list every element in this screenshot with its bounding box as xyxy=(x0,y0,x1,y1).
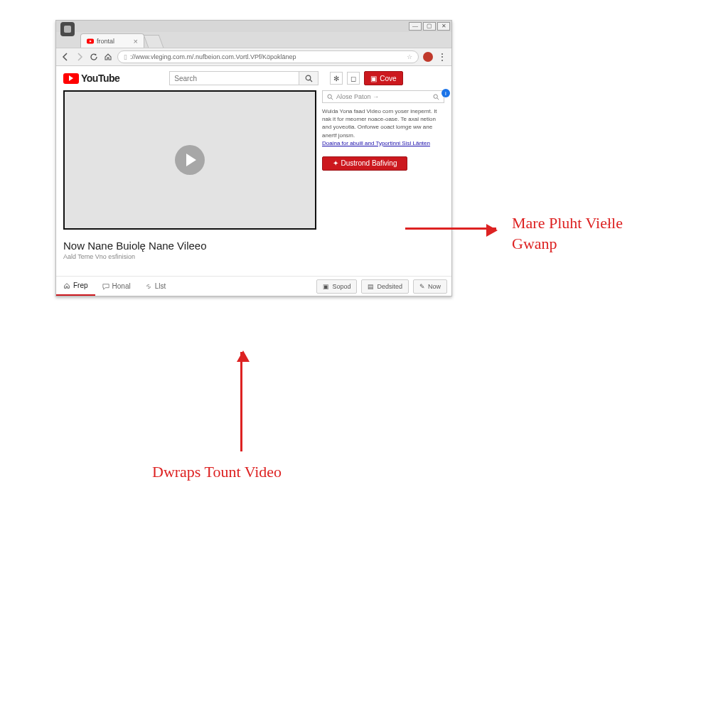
side-search-placeholder: Alose Paton → xyxy=(336,93,379,100)
tab-label: Honal xyxy=(112,282,131,290)
tab-close-icon[interactable]: × xyxy=(134,37,138,46)
search-icon xyxy=(305,75,313,82)
youtube-logo[interactable]: YouTube xyxy=(63,73,119,84)
minimize-button[interactable]: — xyxy=(409,22,422,31)
extension-icon[interactable] xyxy=(423,52,433,62)
video-tabs: Frep Honal Llst ▣ Sopod ▤ Dedsited ✎ Now xyxy=(56,276,451,296)
titlebar: — ▢ ✕ xyxy=(56,21,451,32)
page-content: YouTube ✻ ◻ ▣ Cove xyxy=(56,66,451,296)
sopod-button[interactable]: ▣ Sopod xyxy=(316,279,357,294)
annotation-right: Mare Pluht Viełle Gwanp xyxy=(512,213,654,254)
header-icons: ✻ ◻ ▣ Cove xyxy=(330,71,402,85)
search-button[interactable] xyxy=(299,71,318,85)
youtube-wordmark: YouTube xyxy=(81,73,119,84)
grid-icon: ▣ xyxy=(323,283,329,290)
svg-point-4 xyxy=(328,94,331,97)
youtube-logo-icon xyxy=(63,73,79,84)
camera-icon: ▣ xyxy=(370,75,377,82)
button-label: Now xyxy=(428,283,441,290)
bookmark-star-icon[interactable]: ☆ xyxy=(407,53,412,60)
new-tab-button[interactable] xyxy=(144,35,164,48)
comment-icon xyxy=(102,283,109,290)
search-box xyxy=(169,71,318,85)
player-column: Now Nane Buiolę Nane Vileeo Aald Teme Vn… xyxy=(63,90,316,260)
cove-label: Cove xyxy=(380,75,396,82)
home-button[interactable] xyxy=(103,52,113,62)
tab-label: Llst xyxy=(155,282,166,290)
svg-line-7 xyxy=(437,97,439,99)
annotation-right-line2: Gwanp xyxy=(512,235,557,252)
annotation-arrow-right xyxy=(405,228,496,230)
video-player[interactable] xyxy=(63,90,316,230)
button-label: Dedsited xyxy=(377,283,402,290)
video-subtitle: Aald Teme Vno esfinision xyxy=(63,253,316,260)
svg-point-2 xyxy=(306,75,311,80)
info-badge-icon[interactable]: i xyxy=(441,89,450,97)
browser-tab[interactable]: frontal × xyxy=(80,33,144,48)
svg-line-3 xyxy=(310,80,312,82)
forward-button[interactable] xyxy=(75,52,85,62)
search-icon xyxy=(327,94,333,100)
side-link[interactable]: Doaina for abuill and Typortinni Sisl Lä… xyxy=(322,140,430,146)
url-field[interactable]: ▯ ://www.vleging.com.m/.nufbeion.com.Vor… xyxy=(117,50,419,63)
side-button-label: Dustrond Bafiving xyxy=(341,159,397,167)
tab-strip: frontal × xyxy=(56,32,451,48)
window-app-icon xyxy=(60,22,75,36)
browser-window: — ▢ ✕ frontal × ▯ ://www.vleging.com.m/.… xyxy=(55,20,452,296)
reload-button[interactable] xyxy=(89,52,99,62)
url-text: ://www.vleging.com.m/.nufbeion.com.Vortl… xyxy=(130,53,296,60)
tab-label: Frep xyxy=(73,282,88,289)
svg-rect-0 xyxy=(64,26,71,33)
tab-list[interactable]: Llst xyxy=(138,277,173,296)
video-title: Now Nane Buiolę Nane Vileeo xyxy=(63,240,316,252)
side-search-box[interactable]: Alose Paton → xyxy=(322,90,444,103)
tab-honal[interactable]: Honal xyxy=(95,277,138,296)
side-description: Wulda Yona faad Video com yoser inepemt.… xyxy=(322,107,444,139)
pencil-icon: ✎ xyxy=(419,283,425,290)
badge-icon: ▤ xyxy=(368,283,374,290)
back-button[interactable] xyxy=(60,52,70,62)
search-input[interactable] xyxy=(169,71,299,85)
tab-label: frontal xyxy=(97,38,114,45)
annotation-bottom: Dwraps Tount Video xyxy=(152,462,282,483)
annotation-right-line1: Mare Pluht Viełle xyxy=(512,214,623,232)
search-icon xyxy=(433,94,439,100)
svg-point-6 xyxy=(434,94,437,97)
side-action-button[interactable]: ✦ Dustrond Bafiving xyxy=(322,156,407,171)
side-column: i Alose Paton → Wulda Yona faad Video co… xyxy=(322,90,444,260)
maximize-button[interactable]: ▢ xyxy=(423,22,436,31)
link-icon xyxy=(145,283,152,290)
close-window-button[interactable]: ✕ xyxy=(437,22,450,31)
youtube-body: Now Nane Buiolę Nane Vileeo Aald Teme Vn… xyxy=(56,90,451,266)
browser-menu-icon[interactable]: ⋮ xyxy=(437,51,447,63)
address-bar: ▯ ://www.vleging.com.m/.nufbeion.com.Vor… xyxy=(56,48,451,66)
apps-icon[interactable]: ✻ xyxy=(330,72,343,85)
home-icon xyxy=(63,282,70,289)
youtube-header: YouTube ✻ ◻ ▣ Cove xyxy=(56,66,451,90)
tab-frep[interactable]: Frep xyxy=(56,277,95,296)
button-label: Sopod xyxy=(332,283,350,290)
plus-icon: ✦ xyxy=(333,159,338,167)
svg-line-5 xyxy=(331,97,333,99)
dedsited-button[interactable]: ▤ Dedsited xyxy=(361,279,409,294)
play-button[interactable] xyxy=(175,145,205,175)
page-icon: ▯ xyxy=(124,53,127,60)
notifications-icon[interactable]: ◻ xyxy=(347,72,360,85)
cove-button[interactable]: ▣ Cove xyxy=(364,71,402,85)
now-button[interactable]: ✎ Now xyxy=(413,279,447,294)
annotation-arrow-up xyxy=(240,352,242,451)
youtube-favicon xyxy=(87,38,94,45)
